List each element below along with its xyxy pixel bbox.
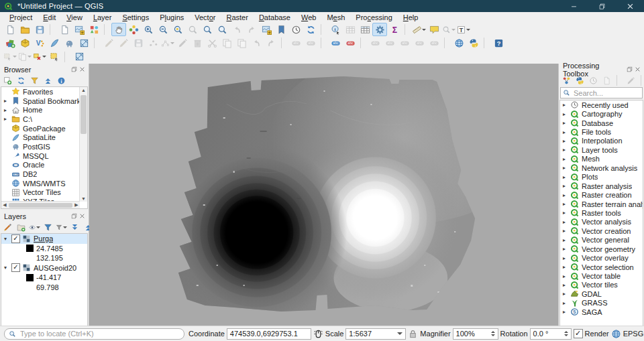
dropdown-arrow-icon[interactable] [63,226,67,228]
open-project-icon[interactable] [17,23,32,36]
tree-item-spatial-bookmarks[interactable]: ▸Spatial Bookmarks [1,96,87,106]
temporal-controller-icon[interactable] [288,23,303,36]
annotation-icon[interactable] [427,23,441,36]
expand-arrow-icon[interactable]: ▸ [563,255,570,261]
tree-item-grass[interactable]: ▸GRASS [560,299,643,308]
scroll-right-icon[interactable]: ▶ [73,202,80,208]
tree-item-file-tools[interactable]: ▸File tools [560,127,643,136]
crs-value[interactable]: EPSG:20256 [623,330,644,338]
dropdown-arrow-icon[interactable] [36,226,40,228]
scrollbar-thumb[interactable] [9,203,72,208]
menu-layer[interactable]: Layer [88,13,117,21]
maximize-button[interactable] [588,0,616,12]
scroll-left-icon[interactable]: ◀ [1,202,8,208]
scrollbar-thumb[interactable] [80,95,87,134]
tree-item-home[interactable]: ▸Home [1,105,87,115]
expand-arrow-icon[interactable]: ▸ [563,111,570,117]
add-selected-layers-icon[interactable] [1,74,14,86]
tree-item-database[interactable]: ▸Database [560,119,643,127]
filter-legend-icon[interactable] [42,221,54,233]
legend-entry-ausgeoid20-max[interactable]: 69.798 [1,283,87,293]
expand-arrow-icon[interactable]: ▸ [563,120,570,126]
expand-arrow-icon[interactable]: ▸ [563,183,570,189]
dropdown-arrow-icon[interactable] [42,56,46,58]
python-console-icon[interactable] [466,36,481,50]
expand-arrow-icon[interactable]: ▸ [563,210,570,216]
collapse-all-icon[interactable] [42,74,54,86]
menu-processing[interactable]: Processing [350,13,397,21]
dropdown-arrow-icon[interactable] [13,56,17,58]
expand-arrow-icon[interactable]: ▸ [563,246,570,252]
expand-arrow-icon[interactable]: ▸ [4,98,11,104]
expand-all-icon[interactable] [68,221,81,233]
tree-item-raster-terrain-analysis[interactable]: ▸Raster terrain analysis [560,200,643,208]
spin-arrows[interactable] [561,331,568,336]
tree-item-geopackage[interactable]: GeoPackage [1,124,87,133]
rotation-spinbox[interactable]: 0.0 ° [530,328,572,340]
menu-settings[interactable]: Settings [117,13,154,21]
lock-scale-icon[interactable] [408,329,418,339]
coordinate-field[interactable]: 474539.0,6929753.1 [227,328,311,340]
expand-arrow-icon[interactable]: ▸ [563,282,570,288]
browser-vertical-scrollbar[interactable]: ▲ ▼ [79,87,87,202]
identify-features-icon[interactable] [328,23,343,36]
tree-item-mesh[interactable]: ▸Mesh [560,155,643,163]
layer-item-ausgeoid20[interactable]: ▾✓AUSGeoid20 [1,263,87,273]
expand-arrow-icon[interactable]: ▸ [563,291,570,297]
magnifier-spinbox[interactable]: 100% [453,328,498,340]
properties-widget-icon[interactable] [55,74,68,86]
help-icon[interactable] [491,36,506,50]
menu-view[interactable]: View [61,13,88,21]
new-geopackage-layer-icon[interactable] [17,36,32,50]
tree-item-recently-used[interactable]: ▸Recently used [560,100,643,109]
layer-visibility-checkbox[interactable]: ✓ [11,234,20,243]
menu-plugins[interactable]: Plugins [154,13,189,21]
menu-edit[interactable]: Edit [38,13,61,21]
statistical-summary-icon[interactable] [387,23,402,36]
zoom-full-icon[interactable] [170,23,185,36]
menu-vector[interactable]: Vector [189,13,221,21]
new-print-layout-icon[interactable] [57,23,72,36]
layer-diagram-icon[interactable] [343,36,358,50]
tree-item-vector-table[interactable]: ▸Vector table [560,271,643,280]
map-canvas[interactable] [89,64,558,326]
data-source-manager-icon[interactable] [3,36,17,50]
menu-database[interactable]: Database [254,13,296,21]
layer-item-purga[interactable]: ▾✓Purga [1,234,87,244]
close-button[interactable] [616,0,644,12]
locator-box[interactable] [4,328,184,340]
tree-item-vector-tiles[interactable]: Vector Tiles [1,188,87,198]
browser-horizontal-scrollbar[interactable]: ◀ ▶ [1,201,80,208]
add-group-icon[interactable] [15,221,28,233]
deselect-features-icon[interactable] [32,50,47,64]
dropdown-arrow-icon[interactable] [28,56,32,58]
processing-toolbox-icon[interactable] [372,23,387,36]
metasearch-icon[interactable] [451,36,466,50]
layer-labeling-icon[interactable] [328,36,343,50]
tree-item-wms-wmts[interactable]: WMS/WMTS [1,179,87,188]
dropdown-arrow-icon[interactable] [451,29,455,31]
scroll-down-icon[interactable]: ▼ [80,196,87,201]
tree-item-vector-selection[interactable]: ▸Vector selection [560,263,643,271]
layer-visibility-checkbox[interactable]: ✓ [11,263,20,272]
tree-item-vector-analysis[interactable]: ▸Vector analysis [560,218,643,226]
extents-toggle-icon[interactable] [313,329,323,339]
tree-item-favorites[interactable]: Favorites [1,87,87,96]
dropdown-arrow-icon[interactable] [422,29,426,31]
chevron-down-icon[interactable] [397,332,402,335]
style-manager-icon[interactable] [87,23,101,36]
menu-help[interactable]: Help [398,13,424,21]
expand-arrow-icon[interactable]: ▸ [563,273,570,279]
legend-entry-purga-max[interactable]: 132.195 [1,253,87,263]
tree-item-spatialite[interactable]: SpatiaLite [1,133,87,142]
menu-project[interactable]: Project [4,13,38,21]
expand-arrow-icon[interactable]: ▸ [563,219,570,225]
dropdown-arrow-icon[interactable] [170,42,174,44]
filter-browser-icon[interactable] [28,74,41,86]
expand-arrow-icon[interactable]: ▸ [4,107,11,113]
show-layout-manager-icon[interactable] [72,23,87,36]
expand-arrow-icon[interactable]: ▸ [563,156,570,162]
pan-map-icon[interactable] [111,23,126,36]
tree-item-postgis[interactable]: PostGIS [1,142,87,151]
tree-item-oracle[interactable]: Oracle [1,161,87,170]
